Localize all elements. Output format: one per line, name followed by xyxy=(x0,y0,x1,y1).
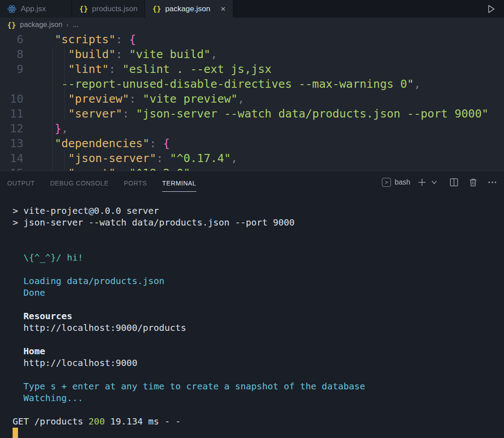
tab-label: products.json xyxy=(92,5,137,14)
terminal-line: Done xyxy=(13,287,504,298)
terminal-line: http://localhost:9000/products xyxy=(13,322,504,334)
terminal-text: http://localhost:9000 xyxy=(13,357,137,368)
line-number: 14 xyxy=(0,151,34,166)
terminal-cursor xyxy=(13,428,18,438)
json-braces-icon: {} xyxy=(152,5,161,13)
split-terminal-button[interactable] xyxy=(450,178,459,187)
code-token: "eslint . --ext js,jsx xyxy=(123,63,272,76)
code-line[interactable]: 15 "react": "^18.2.0", xyxy=(0,166,504,171)
terminal-text: 200 xyxy=(89,416,105,427)
line-number: 6 xyxy=(0,32,34,47)
terminal-output[interactable]: > vite-project@0.0.0 server> json-server… xyxy=(0,194,504,438)
code-line[interactable]: 10 "preview": "vite preview", xyxy=(0,91,504,106)
code-token: --report-unused-disable-directives --max… xyxy=(61,77,414,90)
editor-tab-products-json[interactable]: {}products.json xyxy=(72,0,145,18)
code-line[interactable]: 14 "json-server": "^0.17.4", xyxy=(0,151,504,166)
terminal-line: Home xyxy=(13,345,504,357)
chevron-right-icon: › xyxy=(67,21,69,28)
code-token: "^18.2.0" xyxy=(129,167,190,171)
indent-guide xyxy=(64,47,65,62)
json-braces-icon: {} xyxy=(79,5,88,13)
panel-more-actions-button[interactable] xyxy=(488,181,497,184)
code-line[interactable]: 12 }, xyxy=(0,121,504,136)
code-token: , xyxy=(210,48,217,61)
terminal-instance[interactable]: > bash xyxy=(382,178,410,187)
indent-guide xyxy=(52,136,53,151)
panel-header: OUTPUTDEBUG CONSOLEPORTSTERMINAL > bash xyxy=(0,171,504,194)
terminal-shell-label: bash xyxy=(395,178,410,186)
code-token xyxy=(34,77,61,90)
split-pane-icon xyxy=(450,178,459,187)
terminal-line: Watching... xyxy=(13,392,504,404)
code-token xyxy=(34,48,68,61)
code-token: : xyxy=(116,167,123,171)
code-token: { xyxy=(129,33,136,46)
terminal-line: > vite-project@0.0.0 server xyxy=(13,205,504,217)
code-token: { xyxy=(163,137,170,150)
terminal-line: > json-server --watch data/products.json… xyxy=(13,217,504,228)
code-editor[interactable]: 6 "scripts": {8 "build": "vite build",9 … xyxy=(0,32,504,171)
panel-tab-debug-console[interactable]: DEBUG CONSOLE xyxy=(50,173,109,192)
code-line[interactable]: 11 "server": "json-server --watch data/p… xyxy=(0,106,504,121)
breadcrumb-more[interactable]: ... xyxy=(73,21,78,29)
code-line[interactable]: --report-unused-disable-directives --max… xyxy=(0,77,504,91)
terminal-text: http://localhost:9000/products xyxy=(13,322,186,333)
line-number: 9 xyxy=(0,62,34,77)
code-token: : xyxy=(123,107,129,120)
terminal-text: > json-server --watch data/products.json… xyxy=(13,217,295,228)
code-token: , xyxy=(414,77,421,90)
code-token: : xyxy=(129,92,136,105)
panel-tab-ports[interactable]: PORTS xyxy=(124,173,147,192)
terminal-line xyxy=(13,427,504,438)
breadcrumb: {} package.json › ... xyxy=(0,18,504,32)
terminal-line: Loading data/products.json xyxy=(13,275,504,287)
code-token: "json-server --watch data/products.json … xyxy=(136,107,489,120)
code-token xyxy=(34,92,68,105)
code-token xyxy=(34,137,54,150)
code-token: "react" xyxy=(68,167,115,171)
indent-guide xyxy=(52,166,53,171)
code-token xyxy=(163,152,170,165)
terminal-text: Type s + enter at any time to create a s… xyxy=(13,381,365,392)
terminal-line: GET /products 200 19.134 ms - - xyxy=(13,415,504,427)
editor-tab-App-jsx[interactable]: App.jsx xyxy=(0,0,72,18)
code-token: } xyxy=(54,122,61,135)
code-token: "json-server" xyxy=(68,152,156,165)
code-token: , xyxy=(61,122,68,135)
panel-tab-terminal[interactable]: TERMINAL xyxy=(162,173,196,192)
kill-terminal-button[interactable] xyxy=(469,178,477,187)
editor-tab-bar: App.jsx{}products.json{}package.json× xyxy=(0,0,504,18)
run-button[interactable] xyxy=(486,4,496,14)
code-token: : xyxy=(109,63,116,76)
code-line[interactable]: 13 "dependencies": { xyxy=(0,136,504,151)
editor-tab-package-json[interactable]: {}package.json× xyxy=(145,0,233,18)
terminal-line: http://localhost:9000 xyxy=(13,357,504,369)
code-token xyxy=(34,152,68,165)
panel-tab-output[interactable]: OUTPUT xyxy=(7,173,35,192)
code-token: "^0.17.4" xyxy=(170,152,231,165)
terminal-text: 19.134 ms - - xyxy=(105,416,181,427)
indent-guide xyxy=(64,62,65,77)
indent-guide xyxy=(52,121,53,136)
breadcrumb-file[interactable]: package.json xyxy=(20,21,62,29)
indent-guide xyxy=(64,106,65,121)
code-line[interactable]: 8 "build": "vite build", xyxy=(0,47,504,62)
new-terminal-button[interactable] xyxy=(417,177,427,187)
code-token: "vite preview" xyxy=(143,92,238,105)
close-icon[interactable]: × xyxy=(221,5,226,13)
code-token xyxy=(34,63,68,76)
terminal-text: \{^_^}/ hi! xyxy=(13,252,83,263)
code-token: "vite build" xyxy=(129,48,211,61)
code-token: : xyxy=(150,137,156,150)
terminal-line xyxy=(13,334,504,345)
code-line[interactable]: 6 "scripts": { xyxy=(0,32,504,47)
line-number: 10 xyxy=(0,91,34,106)
tab-label: package.json xyxy=(165,5,210,14)
line-number: 15 xyxy=(0,166,34,171)
terminal-dropdown-button[interactable] xyxy=(431,180,437,185)
code-token: , xyxy=(238,92,245,105)
code-token xyxy=(123,167,129,171)
code-line[interactable]: 9 "lint": "eslint . --ext js,jsx xyxy=(0,62,504,77)
line-number: 11 xyxy=(0,106,34,121)
code-token: "build" xyxy=(68,48,115,61)
